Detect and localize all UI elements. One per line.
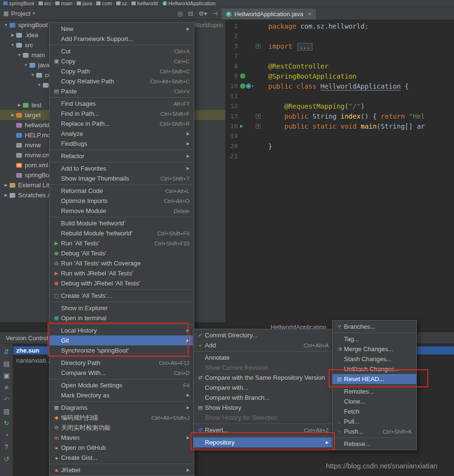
fold-plus-icon[interactable]: + [256, 124, 261, 129]
breadcrumb-java[interactable]: java [75, 0, 93, 6]
menu-item-remotes[interactable]: Remotes... [333, 386, 416, 396]
menu-item-remove-module[interactable]: Remove ModuleDelete [50, 206, 194, 216]
menu-item-create-gist[interactable]: ●Create Gist... [50, 453, 194, 463]
menu-item-show-history-for-selection[interactable]: Show History for Selection [193, 413, 333, 423]
recycle-icon[interactable]: ↺ [4, 455, 10, 463]
menu-item-compare-with-branch[interactable]: Compare with Branch... [193, 393, 333, 403]
breadcrumb-springboot[interactable]: springBoot [2, 0, 36, 6]
menu-item-analyze[interactable]: Analyze▶ [50, 129, 194, 139]
menu-item-run-all-tests-with-coverage[interactable]: ◎Run 'All Tests' with Coverage [50, 258, 194, 268]
document-icon[interactable]: ▤ [3, 360, 10, 367]
menu-item-stash-changes[interactable]: Stash Changes... [333, 354, 416, 364]
tree-expand-arrow-icon[interactable]: ▶ [3, 183, 9, 187]
tree-expand-arrow-icon[interactable]: ▼ [3, 23, 9, 27]
changelist-icon[interactable]: ≡ [4, 384, 8, 391]
collapse-all-icon[interactable]: ⊟ [188, 10, 193, 17]
menu-item-git[interactable]: Git▶ [50, 335, 194, 345]
settings-gear-icon[interactable]: ⚙▾ [198, 10, 207, 17]
menu-item-commit-directory[interactable]: ✓Commit Directory... [193, 330, 333, 340]
menu-item-rebase[interactable]: Rebase... [333, 439, 416, 449]
menu-item-code-convention-scan[interactable]: ◆编码规约扫描Ctrl+Alt+Shift+J [50, 413, 194, 423]
menu-item-clone[interactable]: Clone... [333, 396, 416, 406]
tree-expand-arrow-icon[interactable]: ▼ [36, 83, 42, 87]
menu-item-branches[interactable]: YBranches... [333, 322, 416, 332]
fold-plus-icon[interactable]: + [256, 114, 261, 119]
menu-item-show-image-thumbnails[interactable]: Show Image ThumbnailsCtrl+Shift+T [50, 173, 194, 183]
tree-expand-arrow-icon[interactable]: ▼ [16, 53, 22, 57]
menu-item-find-in-path[interactable]: Find in Path...Ctrl+Shift+F [50, 109, 194, 119]
menu-item-add[interactable]: +AddCtrl+Alt+A [193, 340, 333, 350]
menu-item-optimize-imports[interactable]: Optimize ImportsCtrl+Alt+O [50, 196, 194, 206]
menu-item-debug-all-tests[interactable]: ◉Debug 'All Tests' [50, 248, 194, 258]
locate-icon[interactable]: ◎ [177, 10, 182, 17]
fold-plus-icon[interactable]: + [256, 44, 261, 49]
breadcrumb-main[interactable]: main [54, 0, 74, 6]
rollback-icon[interactable]: ↶ [4, 395, 10, 403]
menu-item-new[interactable]: New▶ [50, 24, 194, 34]
menu-item-open-module-settings[interactable]: Open Module SettingsF4 [50, 380, 194, 390]
history-icon[interactable]: ◔ [4, 431, 8, 439]
menu-item-build-module[interactable]: Build Module 'hellworld' [50, 218, 194, 228]
menu-item-cut[interactable]: CutCtrl+X [50, 46, 194, 56]
run-class-icon[interactable]: ▸ [246, 83, 251, 89]
menu-item-unstash-changes[interactable]: UnStash Changes... [333, 364, 416, 374]
menu-item-run-with-jrebel[interactable]: ▶Run with JRebel 'All Tests' [50, 268, 194, 278]
menu-item-replace-in-path[interactable]: Replace in Path...Ctrl+Shift+R [50, 119, 194, 129]
tree-expand-arrow-icon[interactable]: ▼ [23, 63, 29, 67]
hide-panel-icon[interactable]: ⊣ [212, 10, 218, 17]
tree-expand-arrow-icon[interactable]: ▶ [10, 113, 16, 117]
tree-expand-arrow-icon[interactable]: ▼ [10, 43, 16, 47]
menu-item-mark-directory-as[interactable]: Mark Directory as▶ [50, 390, 194, 400]
menu-item-tag[interactable]: Tag... [333, 334, 416, 344]
menu-item-open-in-terminal[interactable]: ▣Open in terminal [50, 313, 194, 323]
menu-item-push[interactable]: ↑Push...Ctrl+Shift+K [333, 426, 416, 436]
menu-item-synchronize-springboot[interactable]: Synchronize 'springBoot' [50, 345, 194, 355]
menu-item-directory-path[interactable]: Directory PathCtrl+Alt+F12 [50, 358, 194, 368]
menu-item-fetch[interactable]: Fetch [333, 406, 416, 416]
menu-item-pull[interactable]: ↓Pull... [333, 416, 416, 426]
menu-item-create-all-tests[interactable]: ▢Create 'All Tests'... [50, 291, 194, 301]
menu-item-compare-with-dialog[interactable]: Compare with... [193, 383, 333, 393]
editor-tab-hellworldapplication[interactable]: C HellworldApplication.java × [222, 9, 316, 20]
menu-item-annotate[interactable]: Annotate [193, 353, 333, 363]
tree-expand-arrow-icon[interactable]: ▼ [30, 73, 36, 77]
menu-item-run-all-tests[interactable]: ▶Run 'All Tests'Ctrl+Shift+F10 [50, 238, 194, 248]
tree-expand-arrow-icon[interactable]: ▶ [10, 33, 16, 37]
shelve-icon[interactable]: ▥ [3, 407, 10, 415]
breadcrumb-hellworldapplication[interactable]: CHellworldApplication [161, 0, 217, 6]
menu-item-refactor[interactable]: Refactor▶ [50, 151, 194, 161]
spring-bean-icon[interactable] [240, 73, 245, 79]
breadcrumb-com[interactable]: com [95, 0, 113, 6]
spring-bean-icon[interactable] [240, 83, 245, 89]
help-icon[interactable]: ? [5, 443, 9, 451]
menu-item-show-in-explorer[interactable]: Show in Explorer [50, 303, 194, 313]
menu-item-copy-relative-path[interactable]: Copy Relative PathCtrl+Alt+Shift+C [50, 76, 194, 86]
menu-item-open-on-github[interactable]: ●Open on GitHub [50, 443, 194, 453]
project-panel-title[interactable]: Project [11, 10, 30, 17]
menu-item-show-current-revision[interactable]: Show Current Revision [193, 363, 333, 373]
menu-item-copy-path[interactable]: Copy PathCtrl+Shift+C [50, 66, 194, 76]
menu-item-reset-head[interactable]: ▥Reset HEAD... [333, 374, 416, 384]
menu-item-jrebel[interactable]: ■JRebel▶ [50, 465, 194, 475]
menu-item-rebuild-module[interactable]: Rebuild Module 'hellworld'Ctrl+Shift+F9 [50, 228, 194, 238]
breadcrumb-hellworld[interactable]: hellworld [130, 0, 159, 6]
menu-item-merge-changes[interactable]: ⇉Merge Changes... [333, 344, 416, 354]
menu-item-find-usages[interactable]: Find UsagesAlt+F7 [50, 99, 194, 109]
menu-item-disable-realtime-check[interactable]: ⊘关闭实时检测功能 [50, 423, 194, 433]
tree-expand-arrow-icon[interactable]: ▶ [16, 103, 22, 107]
menu-item-copy[interactable]: ▣CopyCtrl+C [50, 56, 194, 66]
close-icon[interactable]: × [308, 10, 312, 18]
version-control-tab[interactable]: Version Control [6, 334, 48, 342]
menu-item-repository[interactable]: Repository▶ [193, 437, 333, 447]
update-project-icon[interactable]: ⇵ [4, 348, 10, 355]
menu-item-compare-with-same-repository-version[interactable]: ⇄Compare with the Same Repository Versio… [193, 373, 333, 383]
menu-item-diagrams[interactable]: ▦Diagrams▶ [50, 403, 194, 413]
menu-item-show-history[interactable]: ▤Show History [193, 403, 333, 413]
copy-icon[interactable]: ▣ [3, 372, 10, 379]
menu-item-findbugs[interactable]: FindBugs▶ [50, 139, 194, 149]
menu-item-debug-with-jrebel[interactable]: ◉Debug with JRebel 'All Tests' [50, 278, 194, 288]
menu-item-maven[interactable]: mMaven▶ [50, 433, 194, 443]
chevron-down-icon[interactable]: ▾ [33, 11, 35, 16]
breadcrumb-sz[interactable]: sz [115, 0, 129, 6]
menu-item-paste[interactable]: ▤PasteCtrl+V [50, 86, 194, 96]
